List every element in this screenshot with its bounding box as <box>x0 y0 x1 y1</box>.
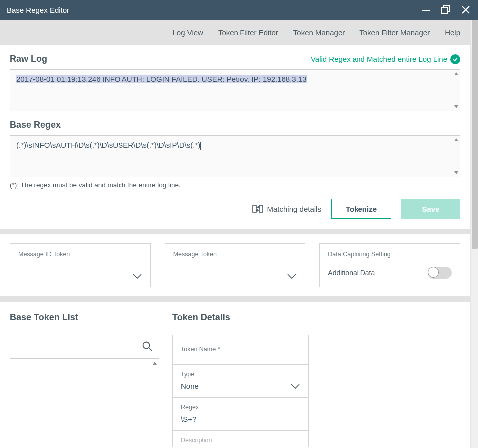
scroll-down-icon[interactable] <box>454 104 459 109</box>
additional-data-label: Additional Data <box>328 269 375 277</box>
svg-marker-7 <box>454 138 458 141</box>
save-button[interactable]: Save <box>401 199 460 219</box>
message-token-label: Message Token <box>173 251 297 258</box>
matching-icon <box>252 204 263 213</box>
scroll-down-icon[interactable] <box>454 170 459 175</box>
titlebar: Base Regex Editor <box>0 0 478 20</box>
scroll-up-icon[interactable] <box>454 71 459 76</box>
window-title: Base Regex Editor <box>7 6 420 14</box>
message-id-token-label: Message ID Token <box>18 251 142 258</box>
token-description-label: Description <box>181 437 300 444</box>
menu-help[interactable]: Help <box>445 28 460 37</box>
token-name-field[interactable]: Token Name * <box>173 335 308 365</box>
svg-rect-2 <box>442 8 448 14</box>
svg-marker-15 <box>153 362 157 365</box>
chevron-down-icon <box>132 273 142 280</box>
additional-data-toggle[interactable] <box>428 267 452 279</box>
chevron-down-icon <box>287 273 297 280</box>
raw-log-heading: Raw Log <box>10 54 47 64</box>
base-regex-text: (.*)\sINFO\sAUTH\D\s(.*)\D\sUSER\D\s(.*)… <box>16 141 200 149</box>
close-button[interactable] <box>460 4 471 15</box>
message-token-select[interactable]: Message Token <box>165 243 306 287</box>
maximize-button[interactable] <box>440 4 451 15</box>
matching-details-button[interactable]: Matching details <box>252 204 321 213</box>
token-regex-value: \S+? <box>181 415 196 423</box>
svg-rect-10 <box>259 205 263 212</box>
window-buttons <box>420 4 471 15</box>
token-type-value: None <box>181 382 199 390</box>
token-search-input[interactable] <box>16 342 142 351</box>
raw-log-panel: Raw Log Valid Regex and Matched entire L… <box>0 45 470 229</box>
chevron-down-icon <box>290 383 300 390</box>
svg-rect-9 <box>253 205 256 212</box>
scrollbar-thumb[interactable] <box>472 20 478 249</box>
token-select-panel: Message ID Token Message Token Data Capt… <box>0 229 470 296</box>
vertical-scrollbar[interactable] <box>470 20 478 448</box>
message-id-token-select[interactable]: Message ID Token <box>10 243 151 287</box>
menu-token-filter-manager[interactable]: Token Filter Manager <box>359 28 430 37</box>
matching-details-label: Matching details <box>267 205 321 213</box>
token-type-field[interactable]: Type None <box>173 365 308 398</box>
svg-marker-8 <box>454 171 458 174</box>
base-token-list-heading: Base Token List <box>10 312 159 323</box>
regex-hint: (*): The regex must be valid and match t… <box>10 181 460 189</box>
toggle-knob <box>428 267 439 278</box>
token-name-label: Token Name * <box>181 346 300 353</box>
token-regex-label: Regex <box>181 404 300 411</box>
svg-point-13 <box>143 342 150 349</box>
menu-token-manager[interactable]: Token Manager <box>293 28 345 37</box>
regex-status: Valid Regex and Matched entire Log Line <box>311 54 460 64</box>
regex-status-text: Valid Regex and Matched entire Log Line <box>311 55 447 63</box>
svg-marker-6 <box>454 105 458 108</box>
menu-log-view[interactable]: Log View <box>173 28 203 37</box>
token-search-box[interactable] <box>10 335 159 358</box>
text-cursor <box>200 142 201 150</box>
tokenize-button[interactable]: Tokenize <box>331 199 391 219</box>
token-list[interactable] <box>10 358 159 448</box>
search-icon <box>142 341 153 352</box>
token-details-heading: Token Details <box>172 312 309 323</box>
raw-log-input[interactable]: 2017-08-01 01:19:13.246 INFO AUTH: LOGIN… <box>10 69 460 111</box>
token-type-label: Type <box>181 371 300 378</box>
svg-line-14 <box>149 348 152 351</box>
token-description-field[interactable]: Description <box>173 431 308 447</box>
token-regex-field[interactable]: Regex \S+? <box>173 398 308 431</box>
check-icon <box>450 54 460 64</box>
token-details-card: Token Name * Type None Regex \S+? <box>172 335 309 447</box>
raw-log-text: 2017-08-01 01:19:13.246 INFO AUTH: LOGIN… <box>16 75 307 83</box>
data-capturing-heading: Data Capturing Setting <box>328 251 452 258</box>
menubar: Log View Token Filter Editor Token Manag… <box>0 20 470 45</box>
scroll-up-icon[interactable] <box>152 361 157 366</box>
minimize-button[interactable] <box>420 4 431 15</box>
data-capturing-card: Data Capturing Setting Additional Data <box>319 243 460 287</box>
base-regex-input[interactable]: (.*)\sINFO\sAUTH\D\s(.*)\D\sUSER\D\s(.*)… <box>10 135 460 177</box>
lower-panel: Base Token List Token Details Token Name… <box>0 296 470 448</box>
menu-token-filter-editor[interactable]: Token Filter Editor <box>218 28 278 37</box>
scroll-up-icon[interactable] <box>454 137 459 142</box>
svg-marker-5 <box>454 72 458 75</box>
base-regex-heading: Base Regex <box>10 120 61 130</box>
